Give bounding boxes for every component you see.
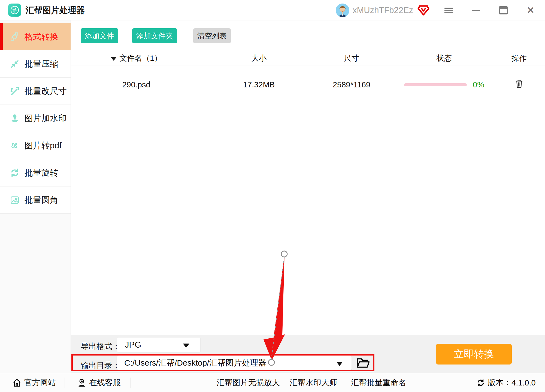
footer-link-watermark-master[interactable]: 汇帮水印大师 bbox=[290, 373, 337, 392]
sidebar-item-batch-rounded[interactable]: 批量圆角 bbox=[0, 186, 71, 214]
sidebar-item-label: 图片转pdf bbox=[25, 140, 62, 151]
output-directory-path: C:/Users/汇帮/Desktop/汇帮图片处理器 bbox=[124, 357, 267, 369]
minimize-icon[interactable] bbox=[467, 0, 486, 20]
sidebar-item-batch-rotate[interactable]: 批量旋转 bbox=[0, 159, 71, 186]
username[interactable]: xMUzhTFb22Ez bbox=[353, 0, 413, 20]
table-header: 文件名（1） 大小 尺寸 状态 操作 bbox=[71, 51, 545, 66]
file-list-panel: 添加文件 添加文件夹 清空列表 文件名（1） 大小 尺寸 状态 操作 290.p… bbox=[71, 20, 545, 335]
add-file-button[interactable]: 添加文件 bbox=[81, 28, 118, 43]
column-header-dimensions: 尺寸 bbox=[316, 53, 387, 63]
export-format-select[interactable]: JPG bbox=[117, 338, 200, 352]
cell-size: 17.32MB bbox=[202, 80, 316, 89]
update-refresh-icon bbox=[476, 378, 485, 387]
sidebar-item-label: 批量圆角 bbox=[25, 194, 58, 206]
chevron-down-icon bbox=[336, 362, 343, 366]
title-bar: 汇帮图片处理器 xMUzhTFb22Ez ✕ bbox=[0, 0, 545, 20]
footer: 官方网站 在线客服 汇帮图片无损放大 汇帮水印大师 汇帮批量重命名 版本： 4.… bbox=[0, 373, 545, 392]
rotate-icon bbox=[10, 168, 20, 178]
maximize-icon[interactable] bbox=[494, 0, 513, 20]
app-logo-icon bbox=[8, 4, 21, 17]
add-folder-button[interactable]: 添加文件夹 bbox=[132, 28, 177, 43]
cell-dimensions: 2589*1169 bbox=[316, 80, 387, 89]
online-service-link[interactable]: 在线客服 bbox=[77, 373, 121, 392]
table-row: 290.psd 17.32MB 2589*1169 0% bbox=[71, 66, 545, 104]
sidebar-item-batch-compress[interactable]: 批量压缩 bbox=[0, 50, 71, 78]
delete-row-button[interactable] bbox=[514, 79, 524, 90]
column-header-filename[interactable]: 文件名（1） bbox=[71, 53, 202, 63]
clear-list-button[interactable]: 清空列表 bbox=[193, 28, 231, 43]
browse-folder-button[interactable] bbox=[356, 357, 370, 369]
cell-filename: 290.psd bbox=[71, 80, 202, 89]
sidebar-item-image-to-pdf[interactable]: 图片转pdf bbox=[0, 132, 71, 159]
menu-icon[interactable] bbox=[439, 0, 458, 20]
sidebar-item-format-convert[interactable]: 格式转换 bbox=[0, 23, 71, 50]
trash-icon bbox=[514, 86, 524, 90]
user-avatar[interactable] bbox=[336, 4, 349, 17]
sidebar-item-label: 格式转换 bbox=[25, 31, 58, 42]
vip-badge-icon[interactable] bbox=[417, 5, 429, 17]
compress-icon bbox=[10, 59, 20, 69]
sidebar-item-label: 批量压缩 bbox=[25, 58, 58, 70]
format-convert-icon bbox=[10, 32, 20, 42]
progress-bar bbox=[404, 83, 467, 86]
progress-percent: 0% bbox=[473, 80, 484, 89]
output-directory-select[interactable]: C:/Users/汇帮/Desktop/汇帮图片处理器 bbox=[117, 356, 352, 370]
sidebar-item-label: 图片加水印 bbox=[25, 113, 67, 124]
cell-action bbox=[501, 79, 545, 91]
export-format-label: 导出格式： bbox=[81, 341, 120, 352]
home-icon bbox=[12, 378, 22, 387]
customer-service-icon bbox=[77, 378, 86, 387]
sidebar: 格式转换 批量压缩 批量改尺寸 图片加水印 bbox=[0, 20, 71, 373]
column-header-size: 大小 bbox=[202, 53, 316, 63]
magic-wand-icon bbox=[10, 86, 20, 96]
close-icon[interactable]: ✕ bbox=[521, 0, 540, 20]
chevron-down-icon bbox=[183, 344, 189, 348]
official-website-link[interactable]: 官方网站 bbox=[12, 373, 56, 392]
pdf-icon bbox=[10, 141, 20, 151]
footer-link-lossless-enlarge[interactable]: 汇帮图片无损放大 bbox=[217, 373, 280, 392]
column-header-action: 操作 bbox=[501, 53, 545, 63]
output-directory-label: 输出目录： bbox=[81, 360, 120, 371]
sidebar-item-label: 批量旋转 bbox=[25, 167, 58, 179]
rounded-image-icon bbox=[10, 195, 20, 205]
app-title: 汇帮图片处理器 bbox=[26, 0, 85, 20]
footer-link-batch-rename[interactable]: 汇帮批量重命名 bbox=[351, 373, 406, 392]
export-format-value: JPG bbox=[125, 340, 141, 350]
version-info: 版本： 4.1.0.0 bbox=[476, 373, 536, 392]
cell-status: 0% bbox=[387, 80, 501, 89]
sidebar-item-watermark[interactable]: 图片加水印 bbox=[0, 105, 71, 132]
folder-icon bbox=[356, 365, 370, 369]
sidebar-item-batch-resize[interactable]: 批量改尺寸 bbox=[0, 78, 71, 105]
stamp-icon bbox=[10, 114, 20, 123]
version-number: 4.1.0.0 bbox=[511, 378, 536, 387]
convert-now-button[interactable]: 立即转换 bbox=[436, 344, 512, 365]
version-label: 版本： bbox=[488, 377, 511, 388]
sort-caret-icon bbox=[111, 57, 117, 61]
column-header-status: 状态 bbox=[387, 53, 501, 63]
sidebar-item-label: 批量改尺寸 bbox=[25, 85, 67, 97]
